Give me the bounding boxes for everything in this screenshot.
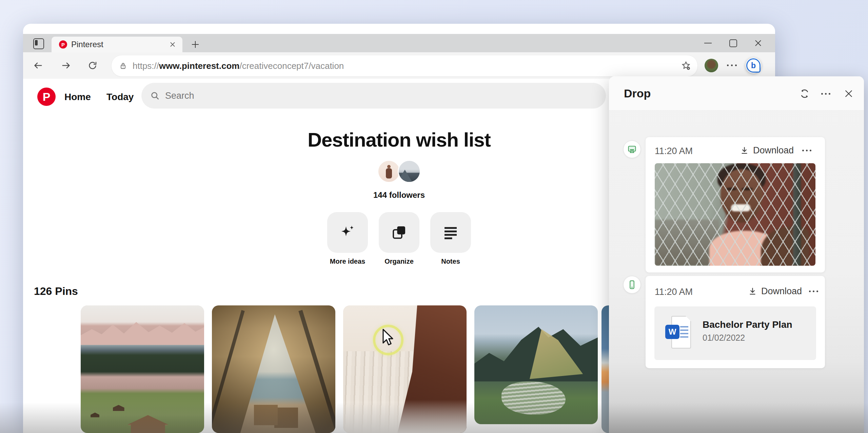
- lock-icon: [119, 62, 127, 70]
- cursor-arrow-icon: [382, 328, 395, 347]
- forward-button[interactable]: [60, 59, 72, 72]
- monitor-icon: [627, 144, 637, 154]
- maximize-button[interactable]: [726, 36, 741, 50]
- download-label: Download: [761, 286, 802, 297]
- download-icon: [748, 287, 757, 296]
- url-scheme: https://: [133, 61, 159, 71]
- pin-machu-picchu[interactable]: [474, 305, 598, 424]
- new-tab-button[interactable]: [190, 39, 201, 50]
- source-device-badge: [623, 140, 641, 158]
- ellipsis-icon: [802, 150, 811, 151]
- tab-close-icon[interactable]: [168, 40, 177, 49]
- collaborator-avatar[interactable]: [398, 160, 421, 183]
- drop-title: Drop: [624, 87, 651, 100]
- action-label: Notes: [429, 258, 473, 265]
- download-button[interactable]: Download: [740, 145, 794, 156]
- refresh-button[interactable]: [86, 59, 99, 72]
- back-button[interactable]: [32, 59, 44, 72]
- tab-strip: P Pinterest: [23, 34, 775, 52]
- collaborator-avatar[interactable]: [377, 160, 400, 183]
- tab-actions-icon[interactable]: [33, 38, 44, 49]
- desktop: { "browser": { "tab_title": "Pinterest",…: [0, 0, 868, 433]
- maximize-icon: [729, 39, 737, 47]
- download-icon: [740, 146, 749, 155]
- drop-panel: Drop 11:20 AM Download: [609, 76, 864, 433]
- arrow-right-icon: [61, 60, 71, 71]
- drop-item-photo[interactable]: 11:20 AM Download: [646, 137, 825, 272]
- close-icon: [754, 39, 762, 47]
- smartphone-icon: [627, 280, 637, 290]
- ellipsis-icon: [821, 93, 830, 95]
- arrow-left-icon: [33, 60, 43, 71]
- drop-item-document[interactable]: 11:20 AM Download W Bachelor Party Plan …: [646, 276, 825, 368]
- profile-avatar[interactable]: [705, 59, 718, 72]
- source-device-badge: [623, 276, 641, 294]
- drop-close-button[interactable]: [843, 88, 855, 100]
- url-host: www.pinterest.com: [159, 61, 239, 71]
- favorites-star-icon[interactable]: [680, 60, 691, 71]
- bing-chat-button[interactable]: b: [746, 58, 761, 73]
- drop-header: Drop: [609, 76, 864, 111]
- refresh-icon: [87, 60, 98, 71]
- ellipsis-icon: [809, 290, 818, 292]
- download-label: Download: [753, 145, 794, 156]
- address-bar[interactable]: https://www.pinterest.com/creativeconcep…: [111, 55, 698, 77]
- browser-menu-icon[interactable]: [727, 64, 737, 66]
- bing-icon: b: [746, 58, 761, 73]
- item-menu-button[interactable]: [809, 290, 818, 292]
- drop-photo-smiling-woman[interactable]: [655, 163, 815, 266]
- action-label: Organize: [377, 258, 421, 265]
- browser-tab-pinterest[interactable]: P Pinterest: [52, 37, 182, 52]
- pin-waterfall[interactable]: [343, 305, 467, 433]
- pin-tent-ocean[interactable]: [212, 305, 335, 433]
- pinterest-favicon: P: [59, 40, 67, 49]
- url-path: /creativeconcept7/vacation: [239, 61, 344, 71]
- minimize-button[interactable]: [701, 36, 715, 50]
- pin-count: 126 Pins: [34, 285, 78, 298]
- url-text: https://www.pinterest.com/creativeconcep…: [133, 61, 344, 71]
- document-attachment[interactable]: W Bachelor Party Plan 01/02/2022: [654, 306, 816, 360]
- text-lines-icon: [430, 212, 471, 253]
- word-document-icon: W: [665, 316, 690, 350]
- overlapping-squares-icon: [379, 212, 419, 253]
- action-label: More ideas: [326, 258, 370, 265]
- close-window-button[interactable]: [751, 36, 766, 50]
- window-controls: [701, 34, 766, 52]
- item-time: 11:20 AM: [655, 146, 693, 156]
- item-menu-button[interactable]: [802, 150, 811, 151]
- sync-icon: [799, 88, 810, 99]
- download-button[interactable]: Download: [748, 286, 802, 297]
- minimize-icon: [704, 43, 712, 43]
- chain-link-fence-overlay: [655, 163, 815, 266]
- item-time: 11:20 AM: [655, 287, 693, 297]
- close-icon: [844, 89, 853, 98]
- pin-alpine-lake[interactable]: [81, 305, 204, 433]
- drop-menu-button[interactable]: [820, 88, 832, 100]
- more-ideas-button[interactable]: More ideas: [326, 212, 370, 265]
- tab-title: Pinterest: [71, 40, 168, 49]
- sync-button[interactable]: [798, 88, 811, 100]
- notes-button[interactable]: Notes: [429, 212, 473, 265]
- document-date: 01/02/2022: [703, 333, 745, 343]
- organize-button[interactable]: Organize: [377, 212, 421, 265]
- document-name: Bachelor Party Plan: [703, 319, 792, 330]
- sparkle-icon: [327, 212, 368, 253]
- browser-toolbar: https://www.pinterest.com/creativeconcep…: [23, 52, 775, 79]
